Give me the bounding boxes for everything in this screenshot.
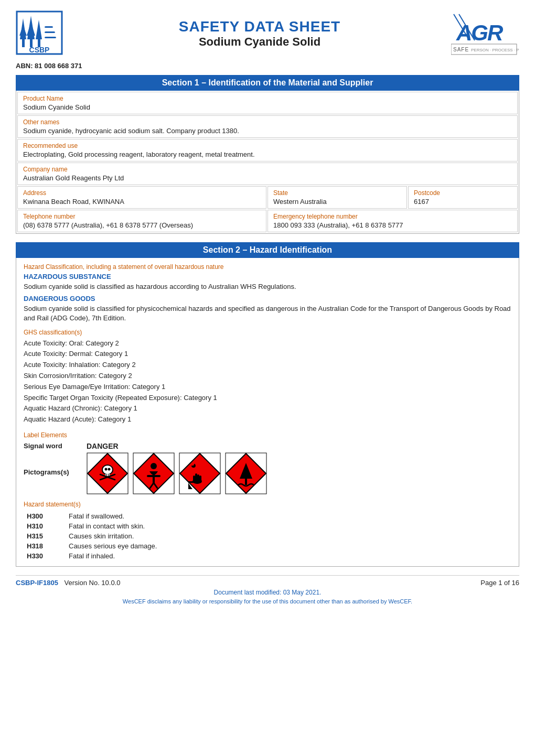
csbp-logo: CSBP [16, 10, 68, 57]
section2-box: Hazard Classification, including a state… [16, 258, 519, 567]
emergency-label: Emergency telephone number [273, 213, 512, 220]
hazard-text: Causes serious eye damage. [66, 541, 511, 551]
hazard-statement-row: H315Causes skin irritation. [24, 531, 511, 541]
hazard-code: H330 [24, 551, 66, 561]
svg-text:CSBP: CSBP [29, 46, 50, 54]
signal-word-value: DANGER [87, 442, 119, 450]
svg-point-22 [103, 466, 112, 474]
hazard-code: H310 [24, 521, 66, 531]
footer-disclaimer: WesCEF disclaims any liability or respon… [16, 598, 519, 604]
ghs-list-item: Acute Toxicity: Oral: Category 2 [24, 338, 511, 349]
section1-header: Section 1 – Identification of the Materi… [16, 75, 519, 91]
svg-rect-9 [45, 31, 55, 33]
emergency-cell: Emergency telephone number 1800 093 333 … [268, 210, 518, 232]
ghs-list-item: Serious Eye Damage/Eye Irritation: Categ… [24, 382, 511, 393]
ghs-list-item: Acute Toxicity: Dermal: Category 1 [24, 349, 511, 360]
pictograms-label: Pictograms(s) [24, 452, 87, 476]
hazardous-substance-text: Sodium cyanide solid is classified as ha… [24, 282, 511, 291]
telephone-label: Telephone number [23, 213, 261, 220]
hazard-text: Causes skin irritation. [66, 531, 511, 541]
recommended-use-row: Recommended use Electroplating, Gold pro… [17, 139, 518, 161]
product-name-label: Product Name [23, 95, 512, 102]
svg-text:SAFE: SAFE [453, 47, 469, 52]
footer-page: Page 1 of 16 [480, 579, 519, 587]
svg-rect-1 [22, 39, 25, 47]
hazard-statement-row: H330Fatal if inhaled. [24, 551, 511, 561]
other-names-row: Other names Sodium cyanide, hydrocyanic … [17, 115, 518, 138]
svg-text:PERSON · PROCESS · PLACE: PERSON · PROCESS · PLACE [471, 48, 519, 52]
ghs-list-item: Specific Target Organ Toxicity (Repeated… [24, 393, 511, 404]
svg-marker-40 [180, 453, 220, 493]
svg-point-24 [108, 468, 111, 470]
abn: ABN: 81 008 668 371 [16, 62, 519, 70]
ghs-list-item: Aquatic Hazard (Acute): Category 1 [24, 414, 511, 425]
dangerous-goods: DANGEROUS GOODS [24, 295, 511, 303]
postcode-label: Postcode [414, 189, 512, 197]
page: CSBP SAFETY DATA SHEET Sodium Cyanide So… [0, 0, 535, 615]
ghs-list-item: Skin Corrosion/Irritation: Category 2 [24, 371, 511, 382]
svg-marker-3 [19, 25, 27, 36]
signal-word-label: Signal word [24, 442, 87, 450]
state-value: Western Australia [273, 198, 401, 206]
hazard-statement-row: H318Causes serious eye damage. [24, 541, 511, 551]
address-label: Address [23, 189, 261, 197]
address-row: Address Kwinana Beach Road, KWINANA Stat… [17, 186, 518, 209]
agp-logo: AGR SAFE PERSON · PROCESS · PLACE [451, 12, 519, 56]
hazard-text: Fatal if swallowed. [66, 511, 511, 521]
recommended-use-label: Recommended use [23, 142, 512, 149]
postcode-value: 6167 [414, 198, 512, 206]
hazard-text: Fatal in contact with skin. [66, 521, 511, 531]
dangerous-goods-text: Sodium cyanide solid is classified for p… [24, 304, 511, 323]
signal-word-row: Signal word DANGER [24, 442, 511, 450]
svg-point-34 [151, 463, 157, 469]
hazard-text: Fatal if inhaled. [66, 551, 511, 561]
svg-rect-49 [245, 479, 247, 485]
emergency-value: 1800 093 333 (Australia), +61 8 6378 577… [273, 221, 512, 229]
title-sub: Sodium Cyanide Solid [68, 35, 451, 49]
section2-header: Section 2 – Hazard Identification [16, 242, 519, 258]
section1-table: Product Name Sodium Cyanide Solid Other … [16, 91, 519, 234]
hazard-statement-row: H300Fatal if swallowed. [24, 511, 511, 521]
state-cell: State Western Australia [268, 186, 407, 209]
svg-point-23 [105, 468, 108, 470]
company-name-row: Company name Australian Gold Reagents Pt… [17, 163, 518, 185]
csbp-code: CSBP-IF1805 [16, 579, 58, 587]
recommended-use-cell: Recommended use Electroplating, Gold pro… [17, 139, 518, 161]
hazardous-substance: HAZARDOUS SUBSTANCE [24, 273, 511, 280]
health-hazard-pictogram [133, 452, 175, 494]
company-name-cell: Company name Australian Gold Reagents Pt… [17, 163, 518, 185]
header-center: SAFETY DATA SHEET Sodium Cyanide Solid [68, 18, 451, 49]
product-name-value: Sodium Cyanide Solid [23, 103, 512, 111]
product-name-cell: Product Name Sodium Cyanide Solid [17, 92, 518, 114]
title-main: SAFETY DATA SHEET [68, 18, 451, 35]
footer-main: CSBP-IF1805 Version No. 10.0.0 Page 1 of… [16, 579, 519, 587]
header: CSBP SAFETY DATA SHEET Sodium Cyanide So… [16, 10, 519, 57]
svg-text:AGR: AGR [456, 20, 504, 45]
company-name-value: Australian Gold Reagents Pty Ltd [23, 174, 512, 182]
hazard-code: H318 [24, 541, 66, 551]
corrosion-pictogram [179, 452, 221, 494]
svg-rect-11 [45, 37, 56, 38]
footer: CSBP-IF1805 Version No. 10.0.0 Page 1 of… [16, 575, 519, 604]
pictograms-container [87, 452, 267, 494]
svg-marker-6 [27, 22, 35, 36]
ghs-list-item: Acute Toxicity: Inhalation: Category 2 [24, 360, 511, 371]
svg-rect-10 [45, 26, 53, 28]
postcode-cell: Postcode 6167 [408, 186, 518, 209]
state-label: State [273, 189, 401, 197]
address-cell: Address Kwinana Beach Road, KWINANA [17, 186, 266, 209]
telephone-row: Telephone number (08) 6378 5777 (Austral… [17, 210, 518, 232]
environment-pictogram [225, 452, 267, 494]
label-elements-label: Label Elements [24, 431, 511, 439]
pictograms-row: Pictograms(s) [24, 452, 511, 494]
telephone-cell: Telephone number (08) 6378 5777 (Austral… [17, 210, 266, 232]
hazard-code: H315 [24, 531, 66, 541]
hazard-class-label: Hazard Classification, including a state… [24, 263, 511, 271]
hazard-code: H300 [24, 511, 66, 521]
address-value: Kwinana Beach Road, KWINANA [23, 198, 261, 206]
ghs-list: Acute Toxicity: Oral: Category 2Acute To… [24, 338, 511, 425]
hazard-statement-row: H310Fatal in contact with skin. [24, 521, 511, 531]
ghs-list-item: Aquatic Hazard (Chronic): Category 1 [24, 403, 511, 414]
svg-rect-46 [188, 481, 198, 483]
other-names-label: Other names [23, 118, 512, 126]
